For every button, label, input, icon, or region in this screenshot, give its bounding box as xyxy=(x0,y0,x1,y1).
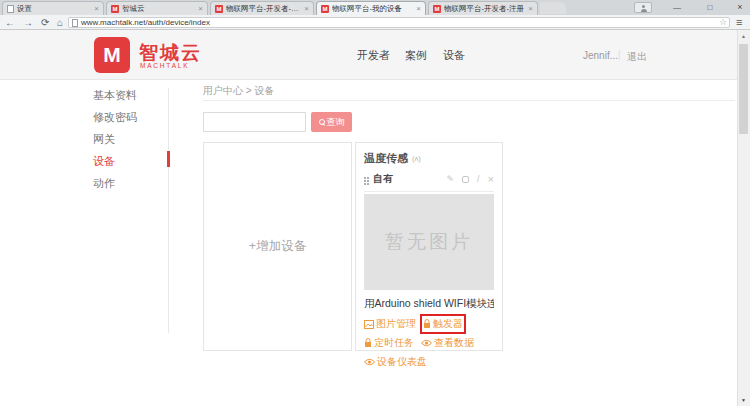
close-icon[interactable]: × xyxy=(416,5,421,13)
window-minimize-button[interactable]: — xyxy=(666,0,688,14)
active-item-marker xyxy=(167,151,170,167)
link-scheduled-tasks[interactable]: 定时任务 xyxy=(364,336,414,350)
nav-item-cases[interactable]: 案例 xyxy=(405,48,427,63)
sidebar-item-change-password[interactable]: 修改密码 xyxy=(93,110,137,125)
tab-title: 物联网平台-开发者-注册 xyxy=(444,4,525,14)
link-image-management[interactable]: 图片管理 xyxy=(364,317,416,331)
scrollbar-thumb[interactable] xyxy=(739,44,748,134)
sidebar-item-gateway[interactable]: 网关 xyxy=(93,132,115,147)
search-input[interactable] xyxy=(203,112,306,132)
eye-icon xyxy=(421,339,432,347)
nav-item-developer[interactable]: 开发者 xyxy=(357,48,390,63)
close-icon[interactable]: × xyxy=(304,5,309,13)
home-icon[interactable]: ⌂ xyxy=(57,16,63,29)
add-device-label: +增加设备 xyxy=(249,238,306,255)
image-icon xyxy=(364,320,374,329)
document-icon xyxy=(72,19,78,27)
machtalk-logo-icon[interactable]: M xyxy=(94,37,130,73)
address-bar[interactable]: www.machtalk.net/auth/device/index xyxy=(68,17,730,28)
grid-icon xyxy=(364,180,366,182)
breadcrumb: 用户中心 > 设备 xyxy=(203,84,274,98)
browser-menu-icon[interactable]: ≡ xyxy=(736,16,742,28)
divider: | xyxy=(618,49,621,60)
eye-icon xyxy=(364,358,375,366)
device-title: 温度传感 xyxy=(364,151,408,166)
device-links: 图片管理 触发器 定时任务 查看数据 设备仪表盘 xyxy=(364,317,494,369)
link-view-data[interactable]: 查看数据 xyxy=(421,336,474,350)
link-trigger[interactable]: 触发器 xyxy=(423,317,463,331)
sidebar-item-basic-info[interactable]: 基本资料 xyxy=(93,88,137,103)
delete-icon[interactable]: × xyxy=(488,173,494,185)
close-icon[interactable]: × xyxy=(198,5,203,13)
square-icon[interactable] xyxy=(462,176,469,183)
person-icon xyxy=(641,7,646,12)
pencil-icon[interactable]: ✎ xyxy=(447,174,455,184)
tab-machtalk-home[interactable]: M 智城云 × xyxy=(106,1,208,15)
forward-icon[interactable]: → xyxy=(23,16,33,29)
page-icon xyxy=(7,5,14,13)
back-icon[interactable]: ← xyxy=(5,16,15,29)
window-maximize-button[interactable]: □ xyxy=(699,0,721,14)
device-description: 用Arduino shield WIFI模块连接物... xyxy=(364,297,494,311)
device-status-icon: (ʌ) xyxy=(412,154,421,163)
tab-my-devices-active[interactable]: M 物联网平台-我的设备 × xyxy=(316,1,426,15)
machtalk-favicon-icon: M xyxy=(215,5,223,13)
url-text: www.machtalk.net/auth/device/index xyxy=(81,18,210,27)
logout-link[interactable]: 退出 xyxy=(627,50,647,64)
close-icon[interactable]: × xyxy=(528,5,533,13)
ownership-label: 自有 xyxy=(373,172,439,186)
machtalk-favicon-icon: M xyxy=(111,5,119,13)
tab-title: 物联网平台-开发者-注册 xyxy=(226,4,301,14)
sidebar-item-devices[interactable]: 设备 xyxy=(93,154,115,169)
divider xyxy=(203,100,735,101)
lock-icon xyxy=(423,319,431,329)
scroll-down-icon[interactable]: ▼ xyxy=(737,394,750,406)
close-icon[interactable]: × xyxy=(94,5,99,13)
device-image-placeholder: 暂无图片 xyxy=(364,194,494,290)
bookmark-star-icon[interactable]: ☆ xyxy=(719,17,727,27)
tab-title: 智城云 xyxy=(122,4,195,14)
search-icon xyxy=(319,119,325,125)
divider xyxy=(364,191,494,192)
tab-developer-register-2[interactable]: M 物联网平台-开发者-注册 × xyxy=(428,1,538,15)
tab-title: 物联网平台-我的设备 xyxy=(332,4,413,14)
tab-title: 设置 xyxy=(17,4,91,14)
link-device-dashboard[interactable]: 设备仪表盘 xyxy=(364,355,427,369)
tab-settings[interactable]: 设置 × xyxy=(2,1,104,15)
search-button-label: 查询 xyxy=(327,116,345,129)
reload-icon[interactable]: ⟳ xyxy=(41,16,49,29)
profile-button[interactable] xyxy=(634,2,652,13)
lock-icon xyxy=(364,338,372,348)
no-image-label: 暂无图片 xyxy=(385,229,473,255)
sidebar-divider xyxy=(168,88,169,333)
device-card: 温度传感 (ʌ) 自有 ✎ / × 暂无图片 用Arduino shield W… xyxy=(355,142,503,351)
brand-subtitle: MACHTALK xyxy=(140,62,189,69)
sidebar-item-actions[interactable]: 动作 xyxy=(93,176,115,191)
username-text[interactable]: Jennif... xyxy=(583,50,618,61)
machtalk-favicon-icon: M xyxy=(321,5,329,13)
tab-developer-register-1[interactable]: M 物联网平台-开发者-注册 × xyxy=(210,1,314,15)
window-close-button[interactable]: × xyxy=(731,0,749,14)
nav-item-devices[interactable]: 设备 xyxy=(443,48,465,63)
add-device-card[interactable]: +增加设备 xyxy=(203,142,352,351)
machtalk-favicon-icon: M xyxy=(433,5,441,13)
scroll-up-icon[interactable]: ▲ xyxy=(737,30,750,42)
new-tab-button[interactable] xyxy=(540,2,566,14)
slash-icon[interactable]: / xyxy=(477,174,480,184)
search-button[interactable]: 查询 xyxy=(311,112,352,132)
